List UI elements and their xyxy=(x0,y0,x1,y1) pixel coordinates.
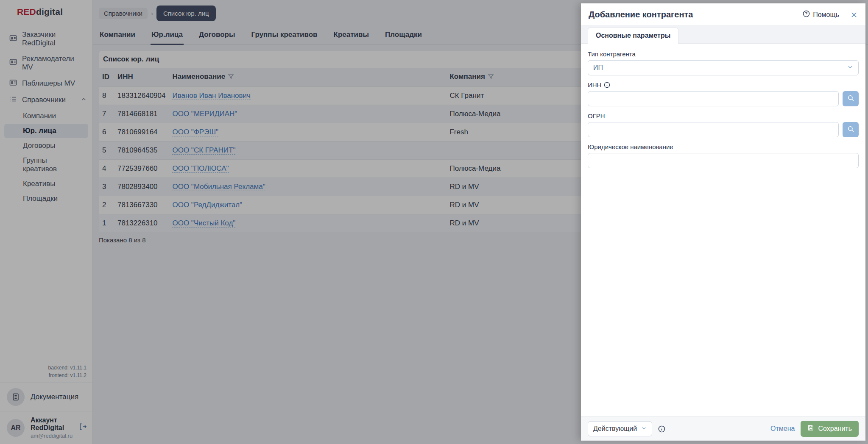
legal-name-label: Юридическое наименование xyxy=(588,143,859,150)
type-label: Тип контрагента xyxy=(588,50,859,58)
ogrn-input[interactable] xyxy=(588,122,839,137)
inn-label: ИНН xyxy=(588,81,859,89)
info-circle-icon[interactable] xyxy=(658,425,665,433)
ogrn-search-button[interactable] xyxy=(843,122,859,137)
inn-search-button[interactable] xyxy=(843,91,859,106)
save-icon xyxy=(807,425,814,433)
drawer-header: Добавление контрагента Помощь xyxy=(581,3,865,25)
add-counterparty-drawer: Добавление контрагента Помощь Основные п… xyxy=(581,3,865,441)
counterparty-type-value: ИП xyxy=(593,64,603,72)
status-value: Действующий xyxy=(593,425,637,433)
save-button[interactable]: Сохранить xyxy=(801,421,859,437)
help-button[interactable]: Помощь xyxy=(803,10,839,19)
search-icon xyxy=(847,94,854,103)
inn-input[interactable] xyxy=(588,91,839,106)
legal-name-input[interactable] xyxy=(588,153,859,168)
chevron-down-icon xyxy=(847,64,853,72)
close-icon[interactable] xyxy=(850,11,858,19)
info-circle-icon[interactable] xyxy=(604,82,610,88)
tab-main-parameters[interactable]: Основные параметры xyxy=(588,28,678,44)
search-icon xyxy=(847,125,854,134)
counterparty-type-select[interactable]: ИП xyxy=(588,60,859,75)
chevron-down-icon xyxy=(641,425,647,433)
drawer-title: Добавление контрагента xyxy=(589,10,693,19)
help-label: Помощь xyxy=(813,11,839,19)
ogrn-label: ОГРН xyxy=(588,112,859,119)
drawer-body: Тип контрагента ИП ИНН ОГРН Юридическое … xyxy=(581,44,865,416)
drawer-tabs: Основные параметры xyxy=(581,25,865,44)
save-label: Сохранить xyxy=(818,425,852,433)
cancel-button[interactable]: Отмена xyxy=(770,425,795,433)
question-circle-icon xyxy=(803,10,810,19)
drawer-footer: Действующий Отмена Сохранить xyxy=(581,416,865,441)
status-select[interactable]: Действующий xyxy=(588,421,652,436)
